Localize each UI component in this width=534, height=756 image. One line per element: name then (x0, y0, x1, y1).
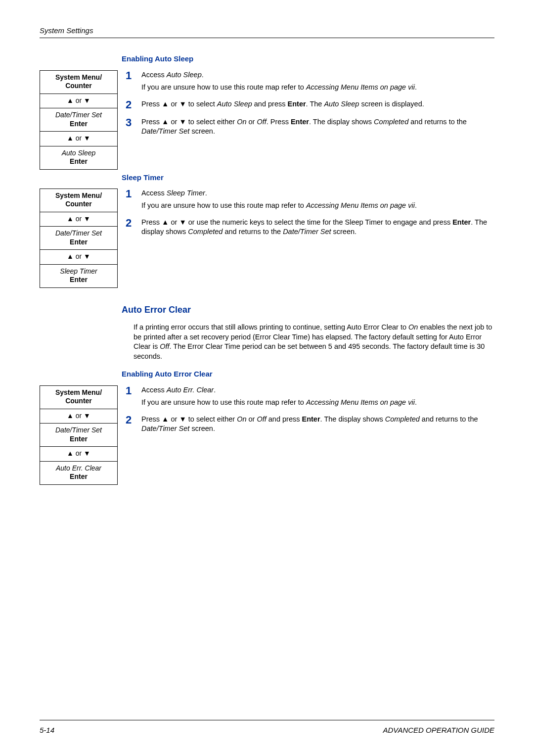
running-header: System Settings (40, 26, 494, 36)
enabling-auto-error-clear-block: System Menu/Counter ▲ or ▼ Date/Timer Se… (40, 385, 494, 485)
steps-sleep-timer: 1Access Sleep Timer.If you are unsure ho… (126, 189, 494, 244)
step: 3Press ▲ or ▼ to select either On or Off… (126, 117, 494, 137)
page-number: 5-14 (40, 725, 54, 735)
route-text: Enter (70, 157, 88, 165)
route-text: Enter (70, 435, 88, 443)
route-text: Date/Timer Set (55, 229, 102, 237)
step-number: 1 (126, 385, 134, 408)
header-rule (40, 38, 494, 38)
footer: 5-14 ADVANCED OPERATION GUIDE (40, 720, 494, 735)
route-text: System Menu/ (55, 191, 102, 199)
route-text: Enter (70, 120, 88, 128)
step-body: Access Auto Sleep.If you are unsure how … (141, 70, 494, 93)
footer-rule (40, 720, 494, 720)
step-number: 1 (126, 70, 134, 93)
step-body: Press ▲ or ▼ to select either On or Off.… (141, 117, 494, 137)
route-text: ▲ or ▼ (40, 94, 117, 108)
book-title: ADVANCED OPERATION GUIDE (383, 725, 494, 735)
route-text: System Menu/ (55, 73, 102, 81)
step-body: Access Sleep Timer.If you are unsure how… (141, 189, 494, 211)
step-body: Access Auto Err. Clear.If you are unsure… (141, 385, 494, 408)
route-map-sleep-timer: System Menu/Counter ▲ or ▼ Date/Timer Se… (40, 189, 118, 288)
step-body: Press ▲ or ▼ to select Auto Sleep and pr… (141, 99, 494, 110)
step: 2Press ▲ or ▼ to select either On or Off… (126, 415, 494, 434)
section-title-sleep-timer: Sleep Timer (122, 173, 494, 183)
heading-auto-error-clear: Auto Error Clear (122, 304, 494, 316)
steps-auto-err-clear: 1Access Auto Err. Clear.If you are unsur… (126, 385, 494, 441)
step-body: Press ▲ or ▼ to select either On or Off … (141, 415, 494, 434)
route-text: Counter (65, 200, 92, 208)
route-text: Enter (70, 276, 88, 284)
auto-error-clear-intro: If a printing error occurs that still al… (134, 323, 494, 361)
sleep-timer-block: System Menu/Counter ▲ or ▼ Date/Timer Se… (40, 189, 494, 288)
route-text: Enter (70, 238, 88, 246)
route-text: ▲ or ▼ (40, 446, 117, 461)
step-number: 3 (126, 117, 134, 137)
step: 1Access Auto Sleep.If you are unsure how… (126, 70, 494, 93)
route-map-auto-sleep: System Menu/Counter ▲ or ▼ Date/Timer Se… (40, 70, 118, 170)
section-title-enabling-auto-sleep: Enabling Auto Sleep (122, 54, 494, 64)
route-text: Counter (65, 82, 92, 90)
step-body: Press ▲ or ▼ or use the numeric keys to … (141, 218, 494, 237)
route-text: Sleep Timer (60, 267, 97, 275)
route-map-auto-err-clear: System Menu/Counter ▲ or ▼ Date/Timer Se… (40, 385, 118, 485)
route-text: System Menu/ (55, 388, 102, 396)
steps-auto-sleep: 1Access Auto Sleep.If you are unsure how… (126, 70, 494, 143)
route-text: ▲ or ▼ (40, 409, 117, 424)
step-number: 1 (126, 189, 134, 211)
step-number: 2 (126, 99, 134, 110)
route-text: Auto Sleep (62, 149, 96, 157)
step: 2Press ▲ or ▼ to select Auto Sleep and p… (126, 99, 494, 110)
step-number: 2 (126, 218, 134, 237)
step: 1Access Auto Err. Clear.If you are unsur… (126, 385, 494, 408)
route-text: Date/Timer Set (55, 111, 102, 119)
route-text: Counter (65, 397, 92, 405)
enabling-auto-sleep-block: System Menu/Counter ▲ or ▼ Date/Timer Se… (40, 70, 494, 170)
route-text: ▲ or ▼ (40, 249, 117, 264)
section-title-enabling-auto-error-clear: Enabling Auto Error Clear (122, 369, 494, 379)
route-text: ▲ or ▼ (40, 131, 117, 146)
step: 1Access Sleep Timer.If you are unsure ho… (126, 189, 494, 211)
step-number: 2 (126, 415, 134, 434)
route-text: Date/Timer Set (55, 426, 102, 434)
route-text: ▲ or ▼ (40, 212, 117, 227)
route-text: Auto Err. Clear (56, 464, 101, 472)
route-text: Enter (70, 472, 88, 480)
step: 2Press ▲ or ▼ or use the numeric keys to… (126, 218, 494, 237)
